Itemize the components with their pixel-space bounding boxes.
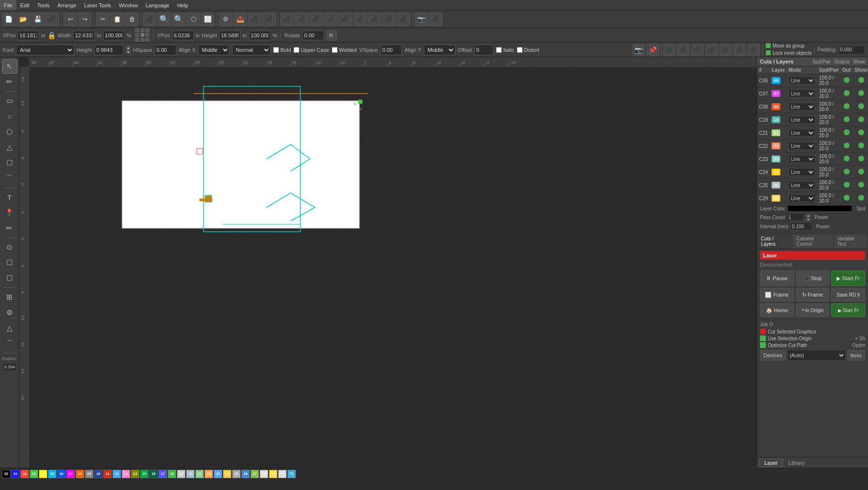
cut-button[interactable]: ✂ [96,13,109,26]
settings-button[interactable]: ⚙ [219,13,232,26]
mode-dropdown[interactable]: LineFillOffset Fill [789,168,815,176]
arc-tool[interactable]: ⌒ [2,171,17,186]
table-row[interactable]: C21 21 LineFillOffset Fill 100.0 / 20.0 [757,126,868,140]
menu-laser-tools[interactable]: Laser Tools [80,0,115,10]
distribute-h-button[interactable]: ⬛ [368,13,381,26]
mode-dropdown[interactable]: LineFillOffset Fill [789,103,815,111]
new-button[interactable]: 📄 [2,13,16,26]
node-edit-button[interactable]: ⬛ [397,13,410,26]
interval-input[interactable] [790,222,812,230]
align-right-button[interactable]: ⬛ [310,13,323,26]
layer-mode-cell[interactable]: LineFillOffset Fill [787,126,817,140]
ellipse-tool[interactable]: ○ [2,109,17,124]
width-pct-input[interactable] [103,31,125,40]
tab-cuts-layers[interactable]: Cuts / Layers [757,234,792,249]
vspace-input[interactable] [380,45,402,55]
align-c-btn[interactable]: ⬛ [691,44,704,56]
canvas-area[interactable]: 54 47 44 41 38 35 32 28 25 22 [19,57,757,468]
auto-select[interactable]: (Auto) [787,350,846,361]
upper-case-check-label[interactable]: Upper Case [294,47,329,53]
mirror-btn[interactable]: ⬛ [733,44,746,56]
mode-dropdown[interactable]: LineFillOffset Fill [789,155,815,163]
palette-swatch[interactable]: 08 [76,470,84,478]
palette-swatch[interactable]: 28 [260,470,268,478]
aligny-select[interactable]: MiddleTopBottom [424,45,455,55]
save-button[interactable]: 💾 [31,13,45,26]
box-tool[interactable]: ☐ [2,255,17,270]
select-button[interactable]: ⬛ [143,13,156,26]
zoom-out-button[interactable]: 🔍 [172,13,186,26]
group-button[interactable]: ⬛ [248,13,262,26]
import-button[interactable]: 📤 [233,13,247,26]
mode-dropdown[interactable]: LineFillOffset Fill [789,77,815,84]
palette-swatch[interactable]: 05 [48,470,57,478]
output-indicator[interactable] [844,90,850,96]
palette-swatch[interactable]: 26 [241,470,250,478]
show-indicator[interactable] [858,90,864,96]
rounded-rect-tool[interactable]: ☐ [2,156,17,170]
circle-tool[interactable]: ⊙ [2,240,17,254]
palette-swatch[interactable]: 25 [232,470,241,478]
show-indicator[interactable] [858,142,864,148]
palette-swatch[interactable]: 16 [149,470,158,478]
stop-button[interactable]: Stop [796,270,830,286]
triangle-tool[interactable]: △ [2,140,17,155]
flip-h-btn[interactable]: ⬛ [705,44,718,56]
palette-swatch[interactable]: T1 [278,470,287,478]
align-bottom-button[interactable]: ⬛ [353,13,367,26]
table-row[interactable]: C18 18 LineFillOffset Fill 100.0 / 20.0 [757,113,868,126]
snap-btn[interactable]: 📌 [647,44,659,56]
palette-swatch[interactable]: 07 [66,470,75,478]
show-indicator[interactable] [858,169,864,174]
offset-input[interactable] [474,45,494,55]
menu-tools[interactable]: Tools [33,0,54,10]
show-indicator[interactable] [858,103,864,109]
palette-swatch[interactable]: 22 [204,470,213,478]
padding-input[interactable] [838,46,865,54]
align-mid-button[interactable]: ⬛ [339,13,352,26]
copy-button[interactable]: 📋 [110,13,124,26]
gear-tool[interactable]: ⚙ [2,305,17,320]
start-fr2-button[interactable]: ▶ Start Fr [831,303,865,317]
align-center-button[interactable]: ⬛ [295,13,309,26]
output-indicator[interactable] [844,129,850,135]
upper-case-checkbox[interactable] [294,47,299,53]
palette-swatch[interactable]: T2 [287,470,296,478]
table-row[interactable]: C24 24 LineFillOffset Fill 100.0 / 20.0 [757,166,868,179]
palette-swatch[interactable]: 13 [122,470,130,478]
palette-swatch[interactable]: 20 [186,470,195,478]
height-input[interactable] [219,31,241,40]
polygon-tool[interactable]: ⬡ [2,125,17,139]
welded-check-label[interactable]: Welded [332,47,357,53]
font-select[interactable]: Arial [16,45,74,55]
rotate-input[interactable] [302,31,324,40]
save-rd-button[interactable]: Save RD fi [831,288,865,301]
frame2-button[interactable]: ↻ Frame [796,288,830,301]
open-button[interactable]: 📂 [16,13,30,26]
text-tool[interactable]: T [2,190,17,205]
devices-button[interactable]: Devices [760,350,786,361]
show-indicator[interactable] [858,182,864,188]
palette-swatch[interactable]: 04 [39,470,47,478]
lock-icon[interactable]: 🔒 [47,32,56,39]
palette-swatch[interactable]: 21 [195,470,204,478]
palette-swatch[interactable]: 23 [214,470,222,478]
offset-tool[interactable]: ⌒ [2,336,17,351]
table-row[interactable]: C08 08 LineFillOffset Fill 100.0 / 20.0 [757,100,868,113]
mode-dropdown[interactable]: LineFillOffset Fill [789,142,815,150]
camera2-button[interactable]: ⬛ [429,13,443,26]
layer-mode-cell[interactable]: LineFillOffset Fill [787,192,817,203]
pause-button[interactable]: ⏸ Pause [760,270,794,286]
palette-swatch[interactable]: 27 [250,470,259,478]
btab-laser[interactable]: Laser [759,458,783,467]
flip-v-btn[interactable]: ⬛ [719,44,732,56]
distort-check-label[interactable]: Distort [517,47,540,53]
table-row[interactable]: C29 29 LineFillOffset Fill 100.0 / 20.0 [757,192,868,203]
xpos-input[interactable] [17,31,39,40]
layer-mode-cell[interactable]: LineFillOffset Fill [787,100,817,113]
menu-language[interactable]: Language [142,0,173,10]
palette-swatch[interactable]: 19 [177,470,186,478]
tab-variable-text[interactable]: Variable Text [834,234,868,249]
bold-check-label[interactable]: Bold [273,47,291,53]
mode-select[interactable]: NormalVertical [232,45,271,55]
